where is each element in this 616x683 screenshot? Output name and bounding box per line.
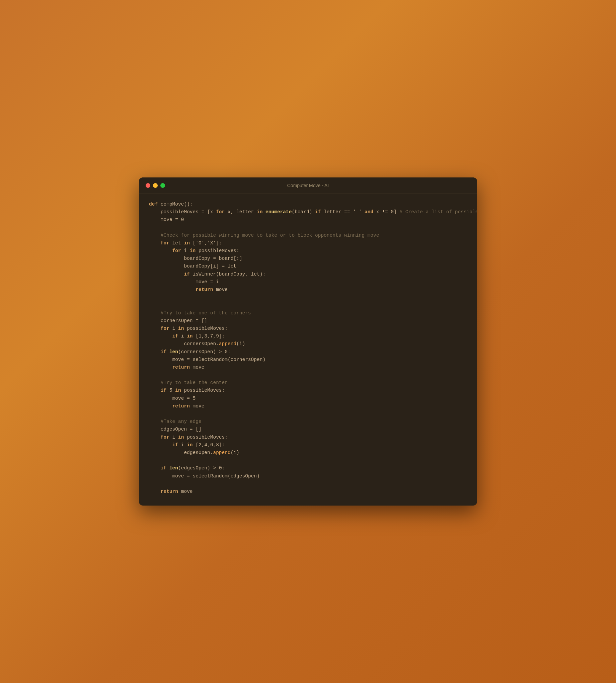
code-line: for let in ['O','X']: [149, 239, 467, 247]
code-editor[interactable]: def compMove(): possibleMoves = [x for x… [139, 194, 477, 506]
code-line: cornersOpen.append(i) [149, 340, 467, 348]
code-line: if i in [2,4,6,8]: [149, 441, 467, 449]
code-line: #Try to take the center [149, 379, 467, 387]
code-line: edgesOpen.append(i) [149, 449, 467, 457]
close-button[interactable] [146, 183, 150, 188]
titlebar: Computer Move - AI [139, 177, 477, 194]
code-line: if 5 in possibleMoves: [149, 387, 467, 394]
code-window: Computer Move - AI def compMove(): possi… [139, 177, 477, 506]
code-line: boardCopy = board[:] [149, 255, 467, 263]
code-line: #Try to take one of the corners [149, 309, 467, 317]
code-line: #Check for possible winning move to take… [149, 232, 467, 239]
code-line: return move [149, 286, 467, 294]
code-line [149, 294, 467, 301]
code-line: move = 0 [149, 216, 467, 224]
code-line: if len(edgesOpen) > 0: [149, 464, 467, 472]
code-line: return move [149, 402, 467, 410]
code-line: boardCopy[i] = let [149, 263, 467, 270]
code-line: return move [149, 488, 467, 495]
code-line: for i in possibleMoves: [149, 325, 467, 332]
code-line: edgesOpen = [] [149, 425, 467, 433]
window-title: Computer Move - AI [287, 183, 329, 188]
minimize-button[interactable] [153, 183, 158, 188]
code-line: if len(cornersOpen) > 0: [149, 348, 467, 356]
code-line: for i in possibleMoves: [149, 247, 467, 255]
code-line: if isWinner(boardCopy, let): [149, 270, 467, 278]
code-line: move = selectRandom(edgesOpen) [149, 472, 467, 480]
code-line: def compMove(): [149, 201, 467, 208]
code-line: if i in [1,3,7,9]: [149, 332, 467, 340]
code-line: move = 5 [149, 395, 467, 402]
code-line: cornersOpen = [] [149, 317, 467, 325]
code-line: possibleMoves = [x for x, letter in enum… [149, 208, 467, 216]
maximize-button[interactable] [160, 183, 165, 188]
code-line: return move [149, 363, 467, 371]
traffic-lights [146, 183, 165, 188]
code-line [149, 410, 467, 418]
code-line: move = i [149, 278, 467, 286]
code-line [149, 480, 467, 488]
code-line [149, 371, 467, 379]
code-line [149, 224, 467, 232]
code-line: #Take any edge [149, 418, 467, 425]
code-line [149, 301, 467, 309]
code-line: for i in possibleMoves: [149, 434, 467, 441]
code-line: move = selectRandom(cornersOpen) [149, 356, 467, 363]
code-line [149, 457, 467, 464]
